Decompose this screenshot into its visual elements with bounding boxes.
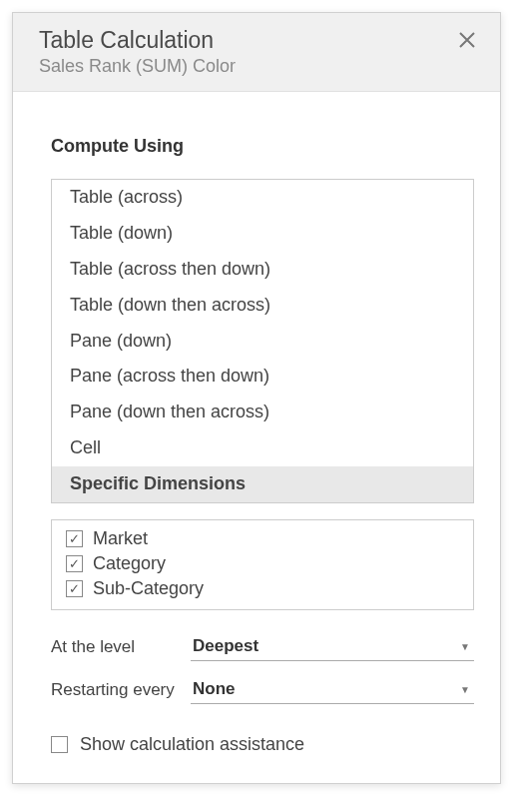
checkbox-icon [66,530,83,547]
show-calculation-assistance[interactable]: Show calculation assistance [51,734,474,755]
dimension-market[interactable]: Market [66,526,459,551]
option-table-across[interactable]: Table (across) [52,180,473,216]
dialog-subtitle: Sales Rank (SUM) Color [39,56,236,77]
checkbox-icon [66,580,83,597]
checkbox-icon [51,736,68,753]
header-text: Table Calculation Sales Rank (SUM) Color [39,27,236,77]
at-level-dropdown[interactable]: Deepest ▼ [191,632,474,661]
dimension-label: Category [93,553,166,574]
dimensions-checklist: Market Category Sub-Category [51,519,474,610]
dialog-header: Table Calculation Sales Rank (SUM) Color [13,13,500,92]
dimension-label: Sub-Category [93,578,204,599]
option-pane-down[interactable]: Pane (down) [52,324,473,360]
close-icon[interactable] [454,27,480,57]
restarting-every-label: Restarting every [51,680,191,700]
at-level-label: At the level [51,637,191,657]
checkbox-icon [66,555,83,572]
compute-using-label: Compute Using [51,136,474,157]
dialog-title: Table Calculation [39,27,236,54]
restarting-every-dropdown[interactable]: None ▼ [191,675,474,704]
option-cell[interactable]: Cell [52,430,473,466]
option-pane-across-then-down[interactable]: Pane (across then down) [52,359,473,395]
dimension-category[interactable]: Category [66,551,459,576]
at-level-value: Deepest [193,636,258,656]
option-table-across-then-down[interactable]: Table (across then down) [52,252,473,288]
dialog-body: Compute Using Table (across) Table (down… [13,92,500,783]
dimension-sub-category[interactable]: Sub-Category [66,576,459,601]
at-level-row: At the level Deepest ▼ [51,632,474,661]
chevron-down-icon: ▼ [460,641,470,652]
show-assistance-label: Show calculation assistance [80,734,304,755]
table-calculation-dialog: Table Calculation Sales Rank (SUM) Color… [12,12,501,784]
option-table-down[interactable]: Table (down) [52,216,473,252]
option-table-down-then-across[interactable]: Table (down then across) [52,288,473,324]
restarting-every-value: None [193,679,236,699]
option-specific-dimensions[interactable]: Specific Dimensions [52,466,473,502]
option-pane-down-then-across[interactable]: Pane (down then across) [52,395,473,430]
chevron-down-icon: ▼ [460,684,470,695]
dimension-label: Market [93,528,148,549]
restarting-every-row: Restarting every None ▼ [51,675,474,704]
compute-using-listbox: Table (across) Table (down) Table (acros… [51,179,474,503]
